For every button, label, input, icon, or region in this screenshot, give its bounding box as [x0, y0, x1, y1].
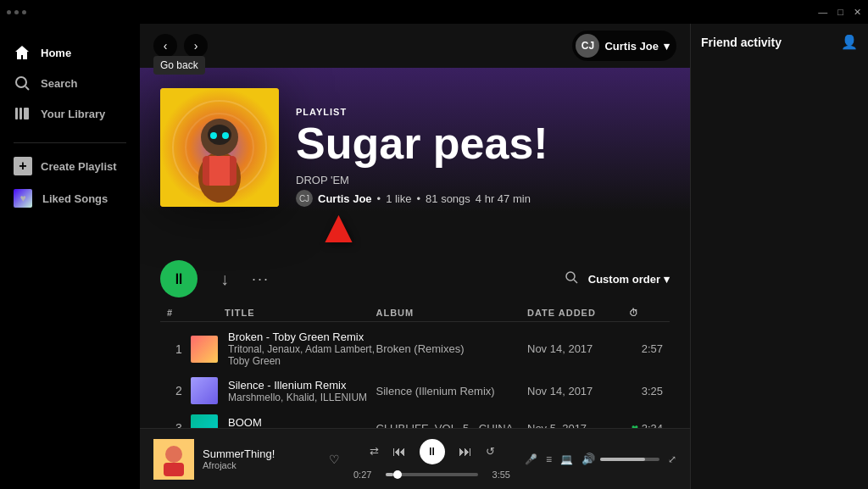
sidebar-library-label: Your Library [41, 108, 105, 120]
progress-track[interactable] [386, 473, 478, 476]
player-right: 🎤 ≡ 💻 🔊 ⤢ [524, 453, 676, 465]
controls-row: ⏸ ↓ ··· Custom order ▾ [140, 253, 690, 304]
track-num-cell: 2 [167, 384, 191, 397]
library-icon [14, 105, 31, 122]
friend-activity-title: Friend activity [701, 36, 782, 49]
svg-point-19 [165, 446, 182, 463]
track-list-header: # TITLE ALBUM DATE ADDED ⏱ [160, 304, 670, 322]
playlist-title: Sugar peas! [296, 120, 670, 167]
sidebar-liked-label: Liked Songs [42, 192, 108, 205]
close-button[interactable]: ✕ [854, 7, 861, 18]
track-album: CLUBLIFE, VOL. 5 - CHINA [376, 422, 528, 429]
playlist-header: PLAYLIST Sugar peas! DROP 'EM CJ Curtis … [140, 68, 690, 220]
friend-activity-add-icon[interactable]: 👤 [841, 34, 858, 50]
right-panel: Friend activity 👤 [690, 24, 868, 489]
now-playing: SummerThing! Afrojack ♡ [153, 439, 340, 480]
create-playlist-icon: + [14, 157, 32, 175]
volume-track[interactable] [600, 458, 659, 461]
track-row[interactable]: 2 Silence - Illenium Remix Marshmello, K… [160, 372, 670, 409]
shuffle-button[interactable]: ⇄ [370, 445, 379, 458]
previous-button[interactable]: ⏮ [392, 444, 406, 459]
track-title-area: BOOM Tiësto, Sevenn [225, 416, 376, 429]
now-playing-info: SummerThing! Afrojack [203, 447, 320, 470]
track-name: Silence - Illenium Remix [228, 379, 367, 392]
track-title-area: Silence - Illenium Remix Marshmello, Kha… [225, 379, 376, 403]
user-name: Curtis Joe [604, 40, 659, 53]
track-duration: 2:57 [629, 342, 663, 355]
player-center: ⇄ ⏮ ⏸ ⏭ ↺ 0:27 3:55 [353, 439, 510, 480]
sidebar-create-label: Create Playlist [41, 160, 117, 173]
home-icon [14, 44, 31, 61]
volume-area: 🔊 [581, 453, 659, 465]
download-button[interactable]: ↓ [211, 265, 238, 292]
player-play-pause-button[interactable]: ⏸ [420, 439, 445, 464]
next-button[interactable]: ⏭ [459, 444, 472, 459]
lyrics-button[interactable]: 🎤 [525, 453, 537, 465]
track-artist: Marshmello, Khalid, ILLENIUM [228, 392, 367, 403]
track-number: 1 [175, 342, 182, 356]
playlist-area[interactable]: PLAYLIST Sugar peas! DROP 'EM CJ Curtis … [140, 68, 690, 428]
track-row[interactable]: 3 BOOM Tiësto, Sevenn CLUBLIFE, VOL. 5 -… [160, 409, 670, 428]
header-album: ALBUM [376, 308, 528, 318]
dot-separator-1: • [377, 192, 381, 205]
header-duration: ⏱ [629, 308, 663, 318]
now-playing-artist: Afrojack [203, 460, 320, 470]
track-artist: Tritonal, Jenaux, Adam Lambert, Toby Gre… [228, 343, 376, 367]
sidebar-item-create-playlist[interactable]: + Create Playlist [0, 150, 140, 182]
track-date: Nov 14, 2017 [527, 385, 629, 397]
bottom-player: SummerThing! Afrojack ♡ ⇄ ⏮ ⏸ ⏭ ↺ 0:27 [140, 428, 690, 489]
controls-right: Custom order ▾ [565, 270, 670, 287]
repeat-button[interactable]: ↺ [486, 445, 495, 458]
sidebar-nav: Home Search [0, 31, 140, 136]
svg-line-1 [25, 86, 29, 90]
dropdown-chevron-icon: ▾ [664, 273, 670, 286]
owner-avatar: CJ [296, 190, 313, 207]
playlist-type-label: PLAYLIST [296, 107, 670, 117]
sidebar-item-search[interactable]: Search [0, 68, 140, 98]
dot-3 [22, 10, 26, 14]
fullscreen-button[interactable]: ⤢ [668, 453, 676, 465]
dot-1 [7, 10, 11, 14]
titlebar: — □ ✕ [0, 0, 868, 24]
back-button[interactable]: ‹ [153, 34, 177, 58]
volume-icon[interactable]: 🔊 [581, 453, 595, 465]
top-nav: ‹ › Go back CJ Curtis Joe ▾ [140, 24, 690, 68]
forward-button[interactable]: › [184, 34, 208, 58]
track-info: Broken - Toby Green Remix Tritonal, Jena… [228, 331, 376, 367]
track-list: # TITLE ALBUM DATE ADDED ⏱ 1 Broken - To… [140, 304, 690, 428]
header-num: # [167, 308, 191, 318]
track-album: Broken (Remixes) [376, 342, 528, 355]
now-playing-title: SummerThing! [203, 447, 320, 460]
track-title-area: Broken - Toby Green Remix Tritonal, Jena… [225, 331, 376, 367]
liked-heart-icon: ♥ [632, 421, 638, 428]
queue-button[interactable]: ≡ [546, 453, 552, 465]
user-button[interactable]: CJ Curtis Joe ▾ [572, 31, 676, 61]
sidebar-item-library[interactable]: Your Library [0, 98, 140, 129]
playlist-info: PLAYLIST Sugar peas! DROP 'EM CJ Curtis … [296, 107, 670, 207]
titlebar-controls: — □ ✕ [818, 7, 861, 18]
now-playing-thumbnail [153, 439, 194, 480]
track-album: Silence (Illenium Remix) [376, 385, 528, 397]
go-back-tooltip: Go back [153, 56, 205, 75]
now-playing-like-button[interactable]: ♡ [329, 453, 340, 466]
progress-fill [386, 473, 393, 476]
track-date: Nov 5, 2017 [527, 422, 629, 429]
friend-activity-header: Friend activity 👤 [701, 34, 858, 50]
sidebar-item-liked-songs[interactable]: ♥ Liked Songs [0, 182, 140, 214]
more-options-button[interactable]: ··· [252, 270, 270, 288]
player-controls: ⇄ ⏮ ⏸ ⏭ ↺ [370, 439, 495, 464]
track-date: Nov 14, 2017 [527, 342, 629, 355]
custom-order-dropdown[interactable]: Custom order ▾ [588, 273, 670, 286]
volume-fill [600, 458, 645, 461]
track-number: 3 [175, 421, 182, 428]
big-red-arrow: ▲ [315, 203, 361, 250]
dot-2 [14, 10, 19, 14]
track-row[interactable]: 1 Broken - Toby Green Remix Tritonal, Je… [160, 325, 670, 372]
search-tracks-button[interactable] [565, 270, 578, 287]
play-pause-button[interactable]: ⏸ [160, 260, 198, 297]
maximize-button[interactable]: □ [837, 7, 843, 17]
sidebar-item-home[interactable]: Home [0, 37, 140, 68]
devices-button[interactable]: 💻 [560, 453, 573, 465]
minimize-button[interactable]: — [818, 7, 827, 17]
svg-rect-3 [19, 108, 22, 119]
